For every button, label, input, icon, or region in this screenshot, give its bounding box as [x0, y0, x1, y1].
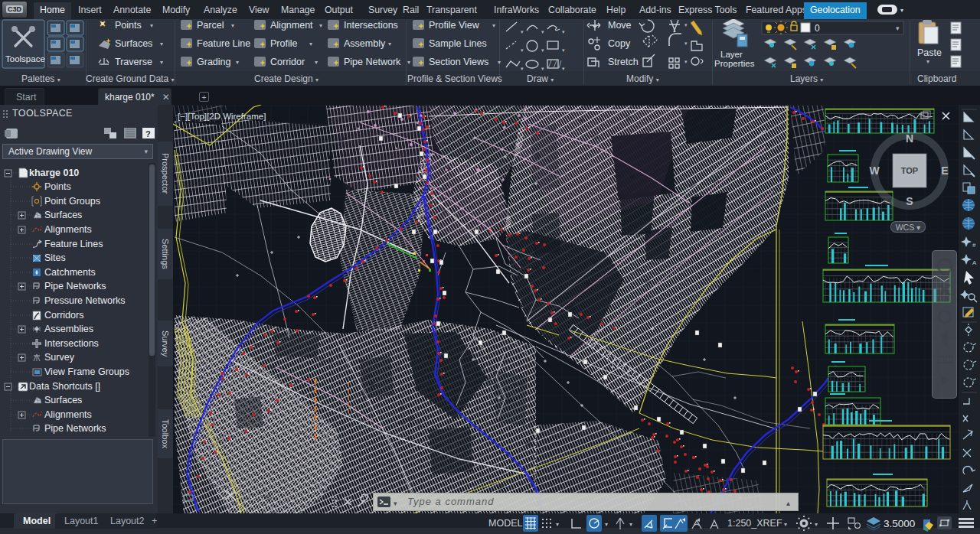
svg-text:#: #: [972, 242, 976, 249]
svg-text:▾: ▾: [541, 66, 544, 71]
svg-text:▾: ▾: [562, 47, 565, 53]
svg-text:Section Views: Section Views: [429, 57, 488, 67]
svg-text:Sample Lines: Sample Lines: [429, 38, 487, 49]
svg-text:▾: ▾: [150, 22, 153, 29]
svg-text:MODEL: MODEL: [488, 518, 523, 529]
svg-text:S: S: [906, 195, 913, 207]
svg-text:Feature Line: Feature Line: [197, 38, 250, 49]
svg-text:▾: ▾: [319, 22, 322, 29]
svg-text:Alignment: Alignment: [270, 20, 313, 31]
svg-text:Intersections: Intersections: [344, 20, 398, 31]
svg-text:▾: ▾: [556, 521, 559, 528]
svg-text:▾: ▾: [521, 47, 524, 53]
svg-text:1:250_XREF: 1:250_XREF: [727, 518, 782, 529]
svg-text:0: 0: [815, 23, 820, 34]
svg-text:▾: ▾: [896, 24, 900, 32]
svg-text:▾: ▾: [407, 59, 410, 66]
svg-text:Move: Move: [608, 20, 632, 31]
svg-text:A: A: [972, 259, 977, 266]
svg-text:Profile View: Profile View: [429, 20, 480, 31]
svg-text:▾: ▾: [492, 22, 495, 29]
svg-text:Copy: Copy: [608, 38, 631, 49]
svg-text:W: W: [869, 164, 880, 177]
svg-text:▾: ▾: [309, 41, 312, 47]
svg-text:▾: ▾: [541, 29, 544, 34]
svg-text:Assembly: Assembly: [344, 38, 386, 49]
svg-text:Paste: Paste: [917, 47, 942, 58]
svg-text:▾: ▾: [315, 59, 318, 66]
svg-text:Traverse: Traverse: [115, 57, 152, 67]
svg-text:▾: ▾: [684, 22, 688, 28]
svg-text:▾: ▾: [562, 29, 565, 34]
svg-text:▾: ▾: [236, 59, 239, 66]
svg-text:Corridor: Corridor: [270, 57, 305, 67]
svg-text:▾: ▾: [629, 521, 632, 528]
svg-text:▾: ▾: [815, 521, 818, 528]
svg-text:Grading: Grading: [197, 57, 231, 67]
svg-text:▾: ▾: [160, 59, 163, 66]
svg-text:?: ?: [145, 129, 151, 138]
svg-text:▾: ▾: [160, 41, 163, 47]
svg-text:Profile: Profile: [270, 38, 297, 49]
svg-text:Properties: Properties: [714, 59, 755, 68]
svg-text:▾: ▾: [684, 59, 688, 64]
svg-text:▾: ▾: [926, 58, 929, 65]
svg-text:Parcel: Parcel: [197, 20, 224, 31]
svg-text:▾: ▾: [605, 521, 608, 528]
svg-text:Toolspace: Toolspace: [5, 54, 45, 63]
svg-text:▾: ▾: [784, 521, 787, 528]
svg-text:▾: ▾: [498, 59, 501, 66]
svg-text:Points: Points: [115, 20, 142, 31]
svg-text:▾: ▾: [562, 66, 565, 71]
svg-text:Surfaces: Surfaces: [115, 38, 152, 49]
svg-text:▾: ▾: [388, 41, 391, 47]
svg-text:E: E: [941, 164, 948, 177]
svg-text:Stretch: Stretch: [608, 57, 639, 67]
svg-text:TOP: TOP: [901, 166, 918, 175]
svg-text:Layer: Layer: [720, 50, 743, 59]
svg-text:N: N: [906, 132, 913, 145]
svg-text:3.5000: 3.5000: [884, 518, 915, 529]
svg-text:▾: ▾: [541, 47, 544, 53]
svg-text:▾: ▾: [231, 22, 234, 29]
svg-text:▾: ▾: [521, 29, 524, 34]
svg-text:Pipe Network: Pipe Network: [344, 57, 401, 67]
svg-text:▾: ▾: [521, 66, 524, 71]
svg-text:▾: ▾: [684, 41, 688, 46]
